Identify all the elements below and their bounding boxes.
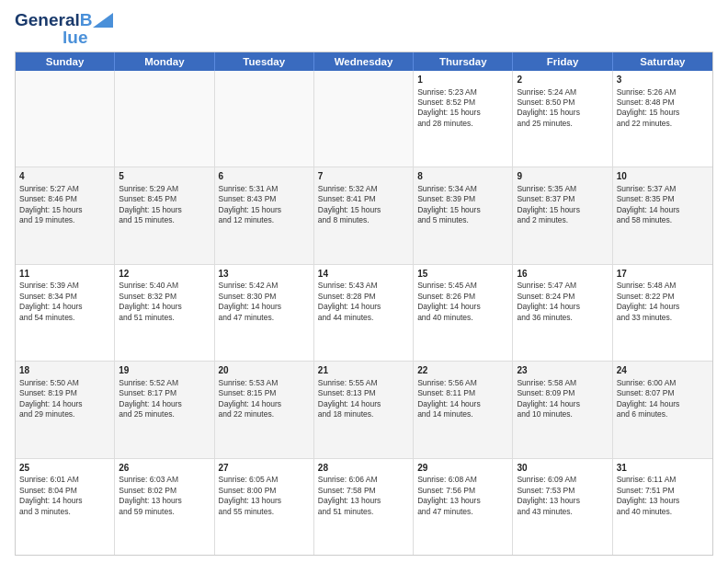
day-cell-27: 27Sunrise: 6:05 AMSunset: 8:00 PMDayligh… bbox=[215, 459, 314, 555]
day-info: Sunset: 8:24 PM bbox=[517, 292, 608, 302]
day-info: and 58 minutes. bbox=[617, 215, 709, 225]
empty-cell bbox=[16, 71, 115, 167]
day-number: 30 bbox=[517, 462, 608, 475]
day-header-friday: Friday bbox=[513, 52, 612, 71]
day-info: Sunset: 8:00 PM bbox=[219, 486, 310, 496]
day-number: 1 bbox=[417, 74, 508, 86]
day-info: and 55 minutes. bbox=[219, 507, 310, 517]
day-cell-23: 23Sunrise: 5:58 AMSunset: 8:09 PMDayligh… bbox=[513, 362, 612, 457]
day-info: Sunset: 8:22 PM bbox=[617, 292, 709, 302]
day-info: Sunrise: 5:31 AM bbox=[219, 184, 310, 194]
day-info: Sunset: 7:51 PM bbox=[617, 486, 709, 496]
day-cell-2: 2Sunrise: 5:24 AMSunset: 8:50 PMDaylight… bbox=[513, 71, 612, 167]
day-info: Sunrise: 5:27 AM bbox=[19, 184, 110, 194]
day-info: Daylight: 15 hours bbox=[219, 205, 310, 215]
day-info: and 15 minutes. bbox=[119, 215, 210, 225]
day-info: Sunrise: 6:09 AM bbox=[517, 475, 608, 485]
day-info: Sunrise: 5:35 AM bbox=[517, 184, 608, 194]
day-info: Sunset: 8:39 PM bbox=[417, 194, 508, 204]
day-info: Daylight: 14 hours bbox=[19, 399, 110, 409]
calendar-row-3: 11Sunrise: 5:39 AMSunset: 8:34 PMDayligh… bbox=[16, 265, 712, 362]
day-number: 21 bbox=[318, 364, 409, 377]
day-cell-19: 19Sunrise: 5:52 AMSunset: 8:17 PMDayligh… bbox=[115, 362, 214, 457]
day-info: and 47 minutes. bbox=[417, 507, 508, 517]
day-info: Sunset: 8:02 PM bbox=[119, 486, 210, 496]
day-cell-11: 11Sunrise: 5:39 AMSunset: 8:34 PMDayligh… bbox=[16, 265, 115, 361]
day-cell-1: 1Sunrise: 5:23 AMSunset: 8:52 PMDaylight… bbox=[414, 71, 513, 167]
day-info: Sunrise: 5:42 AM bbox=[219, 281, 310, 291]
day-info: Sunrise: 6:08 AM bbox=[417, 475, 508, 485]
day-info: Sunset: 8:41 PM bbox=[318, 194, 409, 204]
day-info: Sunset: 7:53 PM bbox=[517, 486, 608, 496]
day-info: Sunrise: 5:37 AM bbox=[617, 184, 709, 194]
day-cell-8: 8Sunrise: 5:34 AMSunset: 8:39 PMDaylight… bbox=[414, 167, 513, 263]
day-info: Sunset: 8:07 PM bbox=[617, 388, 709, 398]
logo-icon bbox=[93, 13, 113, 28]
day-info: Sunrise: 5:24 AM bbox=[517, 87, 608, 98]
day-info: Daylight: 13 hours bbox=[119, 496, 210, 506]
day-number: 18 bbox=[19, 364, 110, 377]
day-info: Daylight: 13 hours bbox=[617, 496, 709, 506]
day-number: 6 bbox=[219, 170, 310, 183]
day-info: Sunset: 8:17 PM bbox=[119, 388, 210, 398]
day-header-monday: Monday bbox=[115, 52, 214, 71]
day-info: Sunset: 8:09 PM bbox=[517, 388, 608, 398]
day-number: 9 bbox=[517, 170, 608, 183]
day-info: Sunset: 8:52 PM bbox=[417, 98, 508, 108]
day-number: 29 bbox=[417, 462, 508, 475]
empty-cell bbox=[215, 71, 314, 167]
day-header-tuesday: Tuesday bbox=[215, 52, 314, 71]
day-info: Daylight: 14 hours bbox=[19, 496, 110, 506]
day-info: and 51 minutes. bbox=[119, 313, 210, 323]
day-info: Sunrise: 5:40 AM bbox=[119, 281, 210, 291]
day-info: Daylight: 14 hours bbox=[119, 399, 210, 409]
day-info: Daylight: 14 hours bbox=[119, 302, 210, 312]
day-info: and 25 minutes. bbox=[119, 409, 210, 419]
calendar-row-4: 18Sunrise: 5:50 AMSunset: 8:19 PMDayligh… bbox=[16, 362, 712, 458]
day-info: Sunrise: 6:01 AM bbox=[19, 475, 110, 485]
day-info: Daylight: 15 hours bbox=[417, 108, 508, 118]
day-info: and 28 minutes. bbox=[417, 119, 508, 129]
day-info: Sunset: 8:43 PM bbox=[219, 194, 310, 204]
day-info: Daylight: 14 hours bbox=[219, 399, 310, 409]
day-cell-30: 30Sunrise: 6:09 AMSunset: 7:53 PMDayligh… bbox=[513, 459, 612, 555]
day-info: Sunrise: 6:06 AM bbox=[318, 475, 409, 485]
svg-marker-0 bbox=[93, 13, 113, 28]
day-info: Daylight: 15 hours bbox=[19, 205, 110, 215]
day-number: 22 bbox=[417, 364, 508, 377]
day-info: Daylight: 15 hours bbox=[417, 205, 508, 215]
day-info: and 51 minutes. bbox=[318, 507, 409, 517]
day-number: 31 bbox=[617, 462, 709, 475]
day-cell-3: 3Sunrise: 5:26 AMSunset: 8:48 PMDaylight… bbox=[613, 71, 712, 167]
day-cell-24: 24Sunrise: 6:00 AMSunset: 8:07 PMDayligh… bbox=[613, 362, 712, 457]
day-number: 2 bbox=[517, 74, 608, 86]
day-header-wednesday: Wednesday bbox=[314, 52, 414, 71]
day-info: and 6 minutes. bbox=[617, 409, 709, 419]
day-number: 23 bbox=[517, 364, 608, 377]
day-cell-12: 12Sunrise: 5:40 AMSunset: 8:32 PMDayligh… bbox=[115, 265, 214, 361]
day-info: Sunrise: 5:39 AM bbox=[19, 281, 110, 291]
day-info: Daylight: 14 hours bbox=[617, 205, 709, 215]
day-number: 10 bbox=[617, 170, 709, 183]
day-info: Sunset: 7:58 PM bbox=[318, 486, 409, 496]
day-info: and 43 minutes. bbox=[517, 507, 608, 517]
day-info: Daylight: 14 hours bbox=[617, 302, 709, 312]
day-info: Daylight: 14 hours bbox=[517, 399, 608, 409]
day-info: and 12 minutes. bbox=[219, 215, 310, 225]
calendar-row-1: 1Sunrise: 5:23 AMSunset: 8:52 PMDaylight… bbox=[16, 71, 712, 167]
day-info: Sunrise: 5:34 AM bbox=[417, 184, 508, 194]
calendar-row-2: 4Sunrise: 5:27 AMSunset: 8:46 PMDaylight… bbox=[16, 167, 712, 264]
day-info: and 59 minutes. bbox=[119, 507, 210, 517]
day-number: 26 bbox=[119, 462, 210, 475]
day-cell-13: 13Sunrise: 5:42 AMSunset: 8:30 PMDayligh… bbox=[215, 265, 314, 361]
day-info: Sunset: 8:35 PM bbox=[617, 194, 709, 204]
day-info: and 36 minutes. bbox=[517, 313, 608, 323]
day-info: Daylight: 15 hours bbox=[119, 205, 210, 215]
day-number: 24 bbox=[617, 364, 709, 377]
day-info: and 19 minutes. bbox=[19, 215, 110, 225]
day-info: and 33 minutes. bbox=[617, 313, 709, 323]
logo-text-general: GeneralB bbox=[15, 11, 93, 29]
empty-cell bbox=[314, 71, 414, 167]
day-info: Daylight: 14 hours bbox=[219, 302, 310, 312]
day-cell-22: 22Sunrise: 5:56 AMSunset: 8:11 PMDayligh… bbox=[414, 362, 513, 457]
